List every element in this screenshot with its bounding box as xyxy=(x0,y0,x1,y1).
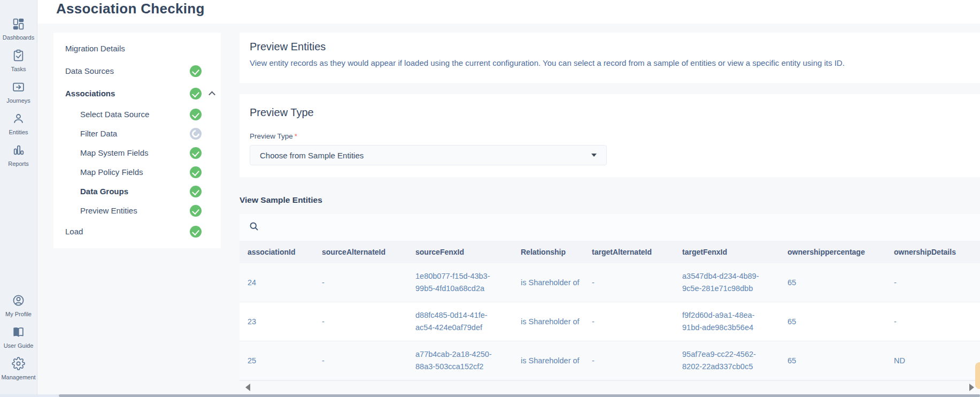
step-status-icon xyxy=(190,88,202,100)
sidebar-item-label: Journeys xyxy=(6,97,30,104)
table-cell: is Shareholder of xyxy=(521,277,592,289)
user-guide-icon xyxy=(12,325,25,341)
step-status-icon xyxy=(190,109,202,120)
table-row[interactable]: 24-1e80b077-f15d-43b3-99b5-4fd10a68cd2ai… xyxy=(240,263,980,302)
stepper-item[interactable]: Preview Entities xyxy=(53,201,221,220)
table-horizontal-scroll xyxy=(240,380,980,394)
table-cell: f9f2d60d-a9a1-48ea-91bd-ade98c3b56e4 xyxy=(682,309,788,334)
management-icon xyxy=(12,357,25,372)
sidebar-item-user-guide[interactable]: User Guide xyxy=(0,325,37,349)
page-title: Association Checking xyxy=(56,1,205,17)
step-status-icon xyxy=(190,147,202,159)
stepper-item[interactable]: Filter Data xyxy=(53,124,221,143)
table-row[interactable]: 25-a77b4cab-2a18-4250-88a3-503cca152cf2i… xyxy=(240,341,980,380)
table-cell: 24 xyxy=(248,277,322,289)
stepper-list: Migration Details Data Sources Associati… xyxy=(53,37,221,243)
step-status-icon xyxy=(190,186,202,197)
table-cell: 95af7ea9-cc22-4562-8202-22ad337cb0c5 xyxy=(682,348,788,373)
scroll-left-arrow-icon[interactable] xyxy=(245,384,250,391)
chevron-down-icon xyxy=(591,154,597,157)
section-gap xyxy=(240,83,980,94)
sidebar-item-journeys[interactable]: Journeys xyxy=(0,80,37,104)
table-cell: is Shareholder of xyxy=(521,355,592,367)
journeys-icon xyxy=(12,80,25,96)
sidebar-bottom-group: My Profile User Guide Management xyxy=(0,294,37,397)
sidebar-item-label: Dashboards xyxy=(3,34,34,41)
preview-type-field-label: Preview Type* xyxy=(250,132,969,140)
stepper-item[interactable]: Migration Details xyxy=(53,37,221,60)
sidebar-item-label: Tasks xyxy=(11,66,26,72)
sidebar-item-dashboards[interactable]: Dashboards xyxy=(0,17,37,41)
table-cell: - xyxy=(894,316,980,328)
sidebar-item-tasks[interactable]: Tasks xyxy=(0,49,37,72)
reports-icon xyxy=(12,143,25,159)
field-label-text: Preview Type xyxy=(250,132,293,140)
table-cell: 23 xyxy=(248,316,322,328)
stepper-item[interactable]: Map Policy Fields xyxy=(53,163,221,182)
stepper-item[interactable]: Load xyxy=(53,220,221,243)
sidebar-item-management[interactable]: Management xyxy=(0,357,37,380)
main-content: Preview Entities View entity records as … xyxy=(240,33,980,394)
sidebar-item-label: Management xyxy=(1,374,35,380)
step-status-icon xyxy=(190,128,202,140)
table-search-row xyxy=(240,214,980,241)
table-cell: - xyxy=(894,277,980,289)
step-status-icon xyxy=(190,166,202,178)
view-sample-entities-heading: View Sample Entities xyxy=(240,195,980,205)
table-column-header: ownershippercentage xyxy=(788,248,894,256)
sidebar-item-label: My Profile xyxy=(5,311,32,317)
table-cell: - xyxy=(592,355,682,367)
table-cell: 65 xyxy=(788,277,894,289)
stepper-item[interactable]: Select Data Source xyxy=(53,105,221,124)
preview-type-title: Preview Type xyxy=(250,106,969,119)
table-column-header: Relationship xyxy=(521,248,592,256)
step-status-icon xyxy=(190,65,202,77)
table-column-header: targetFenxId xyxy=(682,248,788,256)
table-cell: ND xyxy=(894,355,980,367)
preview-type-select[interactable]: Choose from Sample Entities xyxy=(250,145,607,165)
search-icon[interactable] xyxy=(249,221,259,234)
table-cell: 25 xyxy=(248,355,322,367)
scroll-right-arrow-icon[interactable] xyxy=(969,384,974,391)
table-cell: - xyxy=(322,316,415,328)
page-hscrollbar-track xyxy=(0,394,980,397)
table-cell: a77b4cab-2a18-4250-88a3-503cca152cf2 xyxy=(415,348,521,373)
table-column-header: ownershipDetails xyxy=(894,248,980,256)
table-cell: - xyxy=(322,277,415,289)
stepper-item-label: Migration Details xyxy=(65,44,213,54)
sidebar-item-label: Reports xyxy=(8,161,29,167)
table-column-header: sourceAlternateId xyxy=(322,248,415,256)
table-column-header: sourceFenxId xyxy=(415,248,521,256)
table-cell: 1e80b077-f15d-43b3-99b5-4fd10a68cd2a xyxy=(415,270,521,295)
required-marker: * xyxy=(295,132,297,140)
sidebar-item-reports[interactable]: Reports xyxy=(0,143,37,167)
sample-entities-table-card: associationIdsourceAlternateIdsourceFenx… xyxy=(240,214,980,394)
entities-icon xyxy=(12,112,25,127)
preview-type-selected-value: Choose from Sample Entities xyxy=(260,151,591,160)
preview-entities-description: View entity records as they would appear… xyxy=(250,58,969,67)
step-status-icon xyxy=(190,205,202,217)
tasks-icon xyxy=(12,49,25,64)
table-cell: - xyxy=(322,355,415,367)
table-column-header: associationId xyxy=(248,248,322,256)
table-cell: 65 xyxy=(788,316,894,328)
preview-entities-card: Preview Entities View entity records as … xyxy=(240,33,980,83)
sidebar-item-label: User Guide xyxy=(4,342,34,349)
stepper-item[interactable]: Data Sources xyxy=(53,60,221,82)
step-status-icon xyxy=(190,226,202,238)
icon-sidebar: Dashboards Tasks Journeys xyxy=(0,0,37,397)
stepper-item[interactable]: Associations xyxy=(53,82,221,105)
sidebar-item-my-profile[interactable]: My Profile xyxy=(0,294,37,317)
preview-entities-title: Preview Entities xyxy=(250,41,969,53)
table-header-row: associationIdsourceAlternateIdsourceFenx… xyxy=(240,241,980,263)
stepper-item[interactable]: Map System Fields xyxy=(53,143,221,163)
table-cell: - xyxy=(592,277,682,289)
table-column-header: targetAlternateId xyxy=(592,248,682,256)
preview-type-card: Preview Type Preview Type* Choose from S… xyxy=(240,94,980,177)
table-cell: d88fc485-0d14-41fe-ac54-424e0af79def xyxy=(415,309,521,334)
page-hscrollbar-thumb[interactable] xyxy=(59,394,980,397)
table-row[interactable]: 23-d88fc485-0d14-41fe-ac54-424e0af79defi… xyxy=(240,302,980,341)
stepper-item[interactable]: Data Groups xyxy=(53,182,221,201)
sidebar-item-entities[interactable]: Entities xyxy=(0,112,37,135)
edge-scroll-tab[interactable] xyxy=(975,362,980,389)
